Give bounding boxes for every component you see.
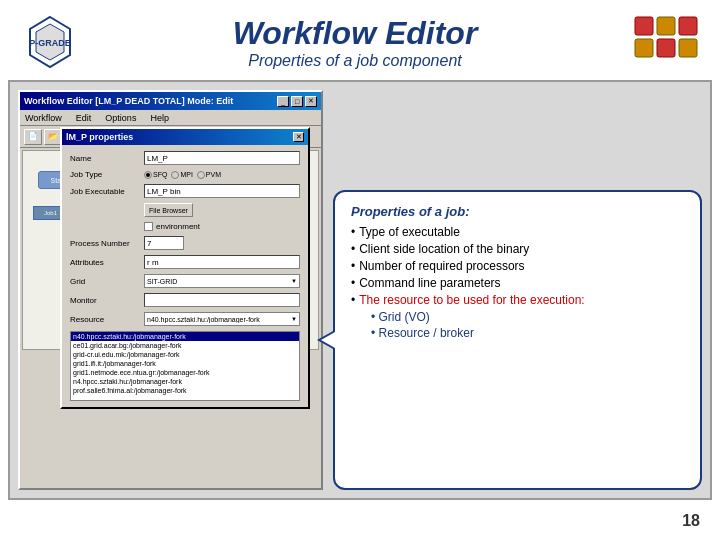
callout-title: Properties of a job: <box>351 204 684 219</box>
form-name-row: Name <box>70 151 300 165</box>
minimize-button[interactable]: _ <box>277 96 289 107</box>
environment-checkbox[interactable] <box>144 222 153 231</box>
process-input[interactable] <box>144 236 184 250</box>
callout-sub-0: • Grid (VO) <box>351 310 684 324</box>
form-attr-row: Attributes <box>70 255 300 269</box>
listbox-item-5[interactable]: n4.hpcc.sztaki.hu:/jobmanager-fork <box>71 377 299 386</box>
environment-label: environment <box>156 222 200 231</box>
resource-arrow: ▼ <box>291 316 297 322</box>
radio-mpi[interactable]: MPI <box>171 171 192 179</box>
form-filebrowser-row: File Browser <box>70 203 300 217</box>
svg-rect-3 <box>635 17 653 35</box>
jobexec-label: Job Executable <box>70 187 140 196</box>
callout-item-text-1: Client side location of the binary <box>359 242 529 256</box>
bullet-0: • <box>351 225 355 239</box>
jobtype-radio-group: SFQ MPI PVM <box>144 171 300 179</box>
grid-dropdown[interactable]: SIT-GRID ▼ <box>144 274 300 288</box>
puzzle-icon <box>630 12 700 72</box>
callout-item-3: • Command line parameters <box>351 276 684 290</box>
svg-rect-7 <box>679 17 697 35</box>
window-titlebar: Workflow Editor [LM_P DEAD TOTAL] Mode: … <box>20 92 321 110</box>
form-grid-row: Grid SIT-GRID ▼ <box>70 274 300 288</box>
environment-row: environment <box>70 222 300 231</box>
maximize-button[interactable]: □ <box>291 96 303 107</box>
callout-item-text-2: Number of required processors <box>359 259 524 273</box>
resource-value: n40.hpcc.sztaki.hu:/jobmanager-fork <box>147 316 260 323</box>
form-jobexec-row: Job Executable <box>70 184 300 198</box>
name-label: Name <box>70 154 140 163</box>
listbox-item-3[interactable]: grid1.ifi.it:/jobmanager-fork <box>71 359 299 368</box>
logo-area: P-GRADE <box>20 12 80 72</box>
callout-box: Properties of a job: • Type of executabl… <box>333 190 702 490</box>
form-jobtype-row: Job Type SFQ MPI PVM <box>70 170 300 179</box>
menu-options[interactable]: Options <box>102 112 139 124</box>
form-process-row: Process Number <box>70 236 300 250</box>
grid-dropdown-arrow: ▼ <box>291 278 297 284</box>
callout-item-text-0: Type of executable <box>359 225 460 239</box>
radio-sfq[interactable]: SFQ <box>144 171 167 179</box>
listbox-item-2[interactable]: grid-cr.ui.edu.mk:/jobmanager-fork <box>71 350 299 359</box>
callout-item-text-3: Command line parameters <box>359 276 500 290</box>
attr-input[interactable] <box>144 255 300 269</box>
callout-item-4: • The resource to be used for the execut… <box>351 293 684 307</box>
dialog-title: lM_P properties <box>66 132 133 142</box>
resource-dropdown[interactable]: n40.hpcc.sztaki.hu:/jobmanager-fork ▼ <box>144 312 300 326</box>
listbox-item-6[interactable]: prof.salle6.fnima.al:/jobmanager-fork <box>71 386 299 395</box>
dialog-titlebar: lM_P properties ✕ <box>62 129 308 145</box>
listbox-item-0[interactable]: n40.hpcc.sztaki.hu:/jobmanager-fork <box>71 332 299 341</box>
menu-workflow[interactable]: Workflow <box>22 112 65 124</box>
workflow-window: Workflow Editor [LM_P DEAD TOTAL] Mode: … <box>18 90 323 490</box>
toolbar-new[interactable]: 📄 <box>24 129 42 145</box>
radio-mpi-label: MPI <box>180 171 192 178</box>
callout-item-1: • Client side location of the binary <box>351 242 684 256</box>
radio-pvm-circle <box>197 171 205 179</box>
menu-edit[interactable]: Edit <box>73 112 95 124</box>
radio-pvm-label: PVM <box>206 171 221 178</box>
properties-dialog: lM_P properties ✕ Name Job Type SFQ <box>60 127 310 409</box>
svg-rect-5 <box>657 17 675 35</box>
page-number: 18 <box>682 512 700 530</box>
monitor-label: Monitor <box>70 296 140 305</box>
bullet-4: • <box>351 293 355 307</box>
radio-pvm[interactable]: PVM <box>197 171 221 179</box>
svg-text:P-GRADE: P-GRADE <box>29 38 71 48</box>
bullet-1: • <box>351 242 355 256</box>
listbox-item-4[interactable]: grid1.netmode.ece.ntua.gr:/jobmanager-fo… <box>71 368 299 377</box>
jobexec-input[interactable] <box>144 184 300 198</box>
grid-label: Grid <box>70 277 140 286</box>
form-monitor-row: Monitor <box>70 293 300 307</box>
dialog-close-button[interactable]: ✕ <box>293 132 304 142</box>
window-controls: _ □ ✕ <box>277 96 317 107</box>
monitor-input[interactable] <box>144 293 300 307</box>
radio-sfq-circle <box>144 171 152 179</box>
dialog-content: Name Job Type SFQ MPI <box>62 145 308 407</box>
callout-item-text-4: The resource to be used for the executio… <box>359 293 584 307</box>
listbox-item-1[interactable]: ce01.grid.acar.bg:/jobmanager-fork <box>71 341 299 350</box>
sub-title: Properties of a job component <box>100 52 610 70</box>
name-input[interactable] <box>144 151 300 165</box>
attr-label: Attributes <box>70 258 140 267</box>
grid-value: SIT-GRID <box>147 278 177 285</box>
bullet-2: • <box>351 259 355 273</box>
svg-rect-8 <box>679 39 697 57</box>
title-area: Workflow Editor Properties of a job comp… <box>80 15 630 70</box>
form-resource-row: Resource n40.hpcc.sztaki.hu:/jobmanager-… <box>70 312 300 326</box>
callout-item-0: • Type of executable <box>351 225 684 239</box>
callout-sub-1: • Resource / broker <box>351 326 684 340</box>
main-title: Workflow Editor <box>100 15 610 52</box>
pgrade-logo: P-GRADE <box>20 12 80 72</box>
radio-mpi-circle <box>171 171 179 179</box>
bullet-3: • <box>351 276 355 290</box>
callout-item-2: • Number of required processors <box>351 259 684 273</box>
radio-sfq-label: SFQ <box>153 171 167 178</box>
content-area: Workflow Editor [LM_P DEAD TOTAL] Mode: … <box>8 80 712 500</box>
header: P-GRADE Workflow Editor Properties of a … <box>0 0 720 80</box>
resource-listbox[interactable]: n40.hpcc.sztaki.hu:/jobmanager-fork ce01… <box>70 331 300 401</box>
menu-bar: Workflow Edit Options Help <box>20 110 321 126</box>
resource-label: Resource <box>70 315 140 324</box>
close-button[interactable]: ✕ <box>305 96 317 107</box>
menu-help[interactable]: Help <box>147 112 172 124</box>
file-browser-button[interactable]: File Browser <box>144 203 193 217</box>
svg-rect-4 <box>635 39 653 57</box>
jobtype-label: Job Type <box>70 170 140 179</box>
